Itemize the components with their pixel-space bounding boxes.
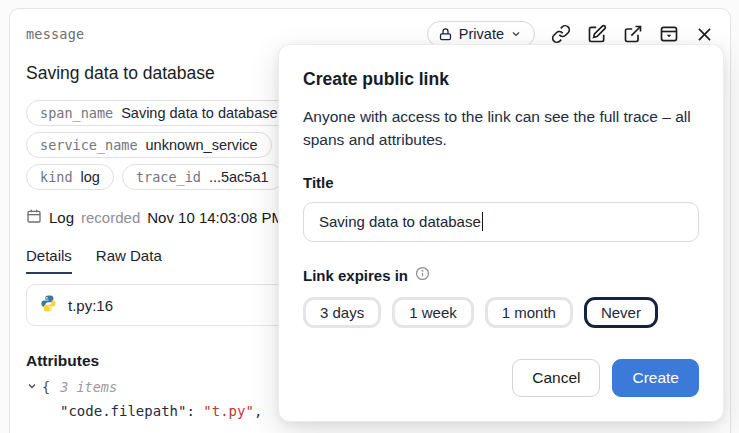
chip-key: service_name: [40, 137, 138, 153]
chip-value: unknown_service: [146, 137, 258, 153]
expiry-option-never[interactable]: Never: [584, 297, 658, 328]
chip-value: Saving data to database: [121, 105, 277, 121]
attr-value: "t.py": [203, 403, 254, 419]
text-cursor: [482, 212, 484, 231]
chip-trace-id[interactable]: trace_id ...5ac5a1: [122, 164, 283, 190]
create-button[interactable]: Create: [612, 359, 699, 397]
chip-value: log: [81, 169, 100, 185]
items-count: 3 items: [60, 379, 117, 395]
external-link-icon[interactable]: [623, 24, 643, 44]
privacy-label: Private: [459, 26, 504, 42]
close-icon[interactable]: [695, 25, 714, 44]
expiry-option-1-week[interactable]: 1 week: [392, 297, 474, 328]
lock-icon: [438, 27, 453, 42]
attr-separator: :: [186, 403, 203, 419]
create-public-link-dialog: Create public link Anyone with access to…: [278, 44, 724, 422]
chip-key: trace_id: [136, 169, 201, 185]
calendar-icon: [26, 208, 42, 227]
record-verb: recorded: [81, 209, 140, 226]
source-location-link[interactable]: t.py:16: [26, 284, 286, 326]
dialog-description: Anyone with access to the link can see t…: [303, 105, 699, 152]
message-eyebrow: message: [26, 26, 84, 42]
cancel-button[interactable]: Cancel: [512, 359, 600, 397]
attr-comma: ,: [254, 403, 262, 419]
attr-key: "code.filepath": [60, 403, 186, 419]
link-title-input[interactable]: Saving data to database: [303, 202, 699, 242]
chip-key: kind: [40, 169, 73, 185]
expiry-option-3-days[interactable]: 3 days: [303, 297, 381, 328]
open-brace: {: [42, 379, 50, 395]
expiry-options: 3 days 1 week 1 month Never: [303, 297, 699, 328]
tab-raw-data[interactable]: Raw Data: [96, 247, 162, 274]
edit-icon[interactable]: [587, 24, 607, 44]
dialog-footer: Cancel Create: [303, 359, 699, 397]
tab-details[interactable]: Details: [26, 247, 72, 274]
info-icon[interactable]: [415, 266, 430, 285]
dialog-title: Create public link: [303, 69, 699, 90]
chip-kind[interactable]: kind log: [26, 164, 114, 190]
expiry-option-1-month[interactable]: 1 month: [485, 297, 573, 328]
chevron-down-icon: [510, 28, 522, 40]
tree-collapse-icon[interactable]: [26, 379, 38, 395]
source-location-label: t.py:16: [68, 297, 113, 314]
dock-panel-icon[interactable]: [659, 24, 679, 44]
chip-span-name[interactable]: span_name Saving data to database: [26, 100, 292, 126]
chip-service-name[interactable]: service_name unknown_service: [26, 132, 272, 158]
link-title-input-value: Saving data to database: [319, 213, 481, 230]
copy-link-icon[interactable]: [551, 24, 571, 44]
chip-value: ...5ac5a1: [209, 169, 269, 185]
expiry-label: Link expires in: [303, 267, 408, 284]
title-field-label: Title: [303, 174, 699, 191]
python-icon: [39, 294, 58, 316]
record-kind: Log: [49, 209, 74, 226]
record-timestamp: Nov 10 14:03:08 PM: [147, 209, 284, 226]
chip-key: span_name: [40, 105, 113, 121]
